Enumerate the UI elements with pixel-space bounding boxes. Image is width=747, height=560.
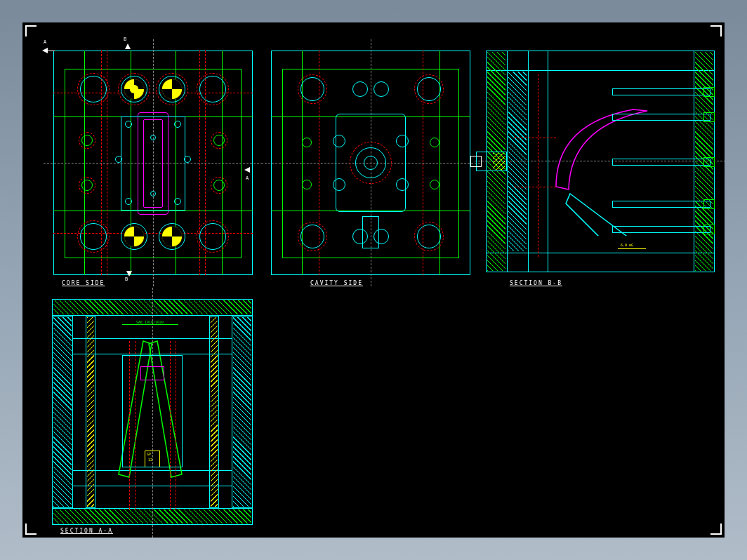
section-arrow: [42, 48, 48, 53]
label-section-aa: SECTION A-A: [60, 528, 113, 534]
section-tag-a-right: A: [246, 175, 249, 181]
section-arrow: [244, 167, 250, 173]
view-cavity-side: [271, 51, 470, 275]
section-arrow: [125, 44, 131, 49]
view-section-aa: SP. 12 SAE 1010/1020: [52, 299, 253, 526]
cad-canvas[interactable]: CORE SIDE A B B A: [22, 22, 725, 538]
view-section-bb: 6.0 mG: [486, 46, 715, 275]
section-arrow: [126, 271, 132, 276]
section-tag-a-top: A: [44, 39, 46, 45]
crop-corner-br: [710, 524, 722, 535]
view-core-side: [53, 51, 253, 275]
crop-corner-tl: [25, 25, 37, 36]
crop-corner-bl: [25, 524, 37, 535]
label-core-side: CORE SIDE: [62, 280, 105, 286]
crop-corner-tr: [710, 25, 722, 36]
label-section-bb: SECTION B-B: [510, 280, 562, 286]
label-cavity-side: CAVITY SIDE: [310, 280, 363, 286]
section-tag-b-top: B: [124, 36, 126, 42]
section-tag-b-bot: B: [125, 276, 128, 282]
